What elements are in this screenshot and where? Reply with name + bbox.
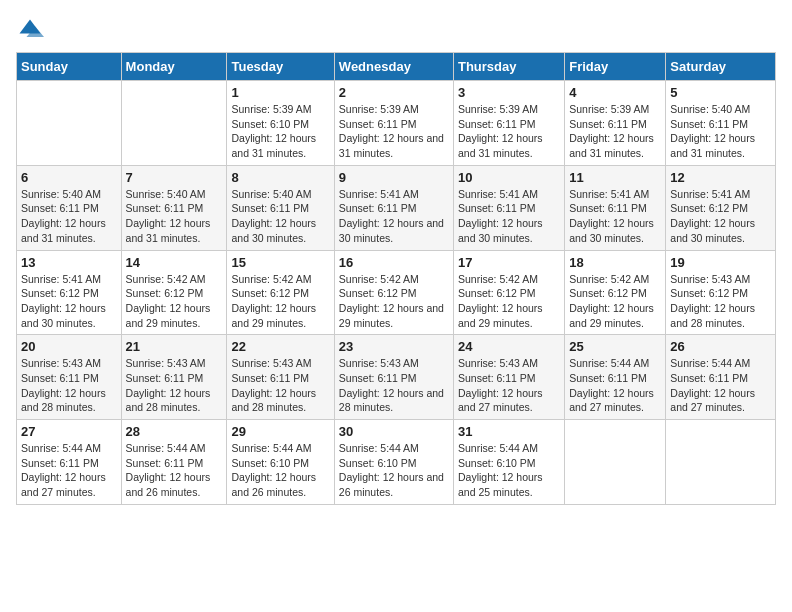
week-row-1: 1Sunrise: 5:39 AM Sunset: 6:10 PM Daylig… [17,81,776,166]
day-info: Sunrise: 5:43 AM Sunset: 6:12 PM Dayligh… [670,272,771,331]
day-info: Sunrise: 5:42 AM Sunset: 6:12 PM Dayligh… [569,272,661,331]
calendar-cell: 21Sunrise: 5:43 AM Sunset: 6:11 PM Dayli… [121,335,227,420]
calendar-cell [666,420,776,505]
day-number: 29 [231,424,329,439]
calendar-cell: 15Sunrise: 5:42 AM Sunset: 6:12 PM Dayli… [227,250,334,335]
weekday-header-row: SundayMondayTuesdayWednesdayThursdayFrid… [17,53,776,81]
calendar-cell: 7Sunrise: 5:40 AM Sunset: 6:11 PM Daylig… [121,165,227,250]
day-info: Sunrise: 5:40 AM Sunset: 6:11 PM Dayligh… [231,187,329,246]
day-info: Sunrise: 5:40 AM Sunset: 6:11 PM Dayligh… [670,102,771,161]
day-number: 1 [231,85,329,100]
week-row-3: 13Sunrise: 5:41 AM Sunset: 6:12 PM Dayli… [17,250,776,335]
day-info: Sunrise: 5:44 AM Sunset: 6:10 PM Dayligh… [458,441,560,500]
calendar-cell: 4Sunrise: 5:39 AM Sunset: 6:11 PM Daylig… [565,81,666,166]
day-info: Sunrise: 5:43 AM Sunset: 6:11 PM Dayligh… [339,356,449,415]
weekday-header-friday: Friday [565,53,666,81]
calendar-cell: 10Sunrise: 5:41 AM Sunset: 6:11 PM Dayli… [453,165,564,250]
weekday-header-tuesday: Tuesday [227,53,334,81]
calendar-cell: 29Sunrise: 5:44 AM Sunset: 6:10 PM Dayli… [227,420,334,505]
calendar-cell [17,81,122,166]
day-info: Sunrise: 5:43 AM Sunset: 6:11 PM Dayligh… [458,356,560,415]
day-number: 4 [569,85,661,100]
calendar-cell: 31Sunrise: 5:44 AM Sunset: 6:10 PM Dayli… [453,420,564,505]
day-info: Sunrise: 5:44 AM Sunset: 6:11 PM Dayligh… [569,356,661,415]
calendar-cell: 1Sunrise: 5:39 AM Sunset: 6:10 PM Daylig… [227,81,334,166]
calendar-cell: 22Sunrise: 5:43 AM Sunset: 6:11 PM Dayli… [227,335,334,420]
calendar-cell: 17Sunrise: 5:42 AM Sunset: 6:12 PM Dayli… [453,250,564,335]
calendar-cell: 19Sunrise: 5:43 AM Sunset: 6:12 PM Dayli… [666,250,776,335]
calendar-cell: 26Sunrise: 5:44 AM Sunset: 6:11 PM Dayli… [666,335,776,420]
day-info: Sunrise: 5:44 AM Sunset: 6:11 PM Dayligh… [21,441,117,500]
day-info: Sunrise: 5:42 AM Sunset: 6:12 PM Dayligh… [339,272,449,331]
logo [16,16,48,44]
day-info: Sunrise: 5:41 AM Sunset: 6:11 PM Dayligh… [339,187,449,246]
day-number: 28 [126,424,223,439]
day-info: Sunrise: 5:43 AM Sunset: 6:11 PM Dayligh… [21,356,117,415]
day-number: 22 [231,339,329,354]
calendar-cell [565,420,666,505]
calendar-cell: 14Sunrise: 5:42 AM Sunset: 6:12 PM Dayli… [121,250,227,335]
logo-icon [16,16,44,44]
calendar-cell: 30Sunrise: 5:44 AM Sunset: 6:10 PM Dayli… [334,420,453,505]
calendar-cell: 18Sunrise: 5:42 AM Sunset: 6:12 PM Dayli… [565,250,666,335]
day-number: 18 [569,255,661,270]
weekday-header-sunday: Sunday [17,53,122,81]
day-info: Sunrise: 5:44 AM Sunset: 6:11 PM Dayligh… [126,441,223,500]
day-number: 21 [126,339,223,354]
day-info: Sunrise: 5:42 AM Sunset: 6:12 PM Dayligh… [126,272,223,331]
day-info: Sunrise: 5:44 AM Sunset: 6:11 PM Dayligh… [670,356,771,415]
day-number: 27 [21,424,117,439]
day-info: Sunrise: 5:40 AM Sunset: 6:11 PM Dayligh… [21,187,117,246]
calendar-cell: 27Sunrise: 5:44 AM Sunset: 6:11 PM Dayli… [17,420,122,505]
day-number: 6 [21,170,117,185]
day-number: 12 [670,170,771,185]
calendar-cell: 13Sunrise: 5:41 AM Sunset: 6:12 PM Dayli… [17,250,122,335]
day-info: Sunrise: 5:41 AM Sunset: 6:12 PM Dayligh… [21,272,117,331]
week-row-4: 20Sunrise: 5:43 AM Sunset: 6:11 PM Dayli… [17,335,776,420]
weekday-header-saturday: Saturday [666,53,776,81]
day-info: Sunrise: 5:44 AM Sunset: 6:10 PM Dayligh… [339,441,449,500]
weekday-header-wednesday: Wednesday [334,53,453,81]
calendar-cell: 5Sunrise: 5:40 AM Sunset: 6:11 PM Daylig… [666,81,776,166]
day-number: 26 [670,339,771,354]
day-number: 17 [458,255,560,270]
calendar-cell: 9Sunrise: 5:41 AM Sunset: 6:11 PM Daylig… [334,165,453,250]
weekday-header-thursday: Thursday [453,53,564,81]
day-number: 30 [339,424,449,439]
calendar-cell: 12Sunrise: 5:41 AM Sunset: 6:12 PM Dayli… [666,165,776,250]
day-number: 31 [458,424,560,439]
day-number: 9 [339,170,449,185]
calendar-cell: 8Sunrise: 5:40 AM Sunset: 6:11 PM Daylig… [227,165,334,250]
calendar-cell: 23Sunrise: 5:43 AM Sunset: 6:11 PM Dayli… [334,335,453,420]
day-number: 16 [339,255,449,270]
day-number: 20 [21,339,117,354]
day-info: Sunrise: 5:39 AM Sunset: 6:11 PM Dayligh… [569,102,661,161]
day-number: 10 [458,170,560,185]
calendar-cell: 16Sunrise: 5:42 AM Sunset: 6:12 PM Dayli… [334,250,453,335]
calendar-cell [121,81,227,166]
day-number: 11 [569,170,661,185]
calendar-cell: 2Sunrise: 5:39 AM Sunset: 6:11 PM Daylig… [334,81,453,166]
day-number: 23 [339,339,449,354]
weekday-header-monday: Monday [121,53,227,81]
day-info: Sunrise: 5:41 AM Sunset: 6:11 PM Dayligh… [569,187,661,246]
week-row-5: 27Sunrise: 5:44 AM Sunset: 6:11 PM Dayli… [17,420,776,505]
day-info: Sunrise: 5:43 AM Sunset: 6:11 PM Dayligh… [231,356,329,415]
page-header [16,16,776,44]
day-info: Sunrise: 5:41 AM Sunset: 6:11 PM Dayligh… [458,187,560,246]
day-number: 24 [458,339,560,354]
calendar-cell: 11Sunrise: 5:41 AM Sunset: 6:11 PM Dayli… [565,165,666,250]
day-info: Sunrise: 5:42 AM Sunset: 6:12 PM Dayligh… [458,272,560,331]
day-number: 13 [21,255,117,270]
day-number: 5 [670,85,771,100]
day-info: Sunrise: 5:39 AM Sunset: 6:10 PM Dayligh… [231,102,329,161]
week-row-2: 6Sunrise: 5:40 AM Sunset: 6:11 PM Daylig… [17,165,776,250]
day-info: Sunrise: 5:40 AM Sunset: 6:11 PM Dayligh… [126,187,223,246]
day-number: 8 [231,170,329,185]
calendar-cell: 3Sunrise: 5:39 AM Sunset: 6:11 PM Daylig… [453,81,564,166]
day-info: Sunrise: 5:43 AM Sunset: 6:11 PM Dayligh… [126,356,223,415]
calendar-table: SundayMondayTuesdayWednesdayThursdayFrid… [16,52,776,505]
day-info: Sunrise: 5:39 AM Sunset: 6:11 PM Dayligh… [458,102,560,161]
calendar-cell: 20Sunrise: 5:43 AM Sunset: 6:11 PM Dayli… [17,335,122,420]
day-number: 3 [458,85,560,100]
